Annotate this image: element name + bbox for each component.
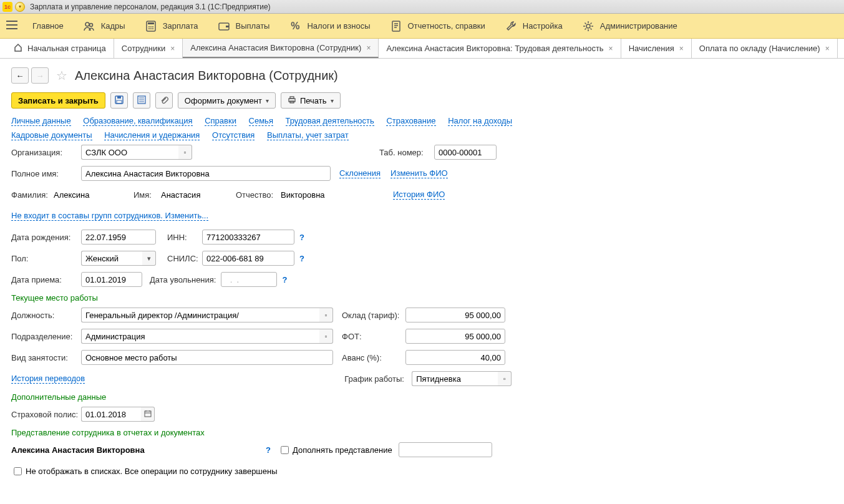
burger-icon[interactable] [6, 21, 21, 31]
salary-input[interactable] [405, 308, 505, 322]
link-insurance[interactable]: Страхование [386, 116, 435, 126]
inn-input[interactable] [202, 230, 294, 245]
svg-rect-12 [392, 21, 400, 31]
checkbox-input[interactable] [281, 446, 289, 454]
svg-rect-11 [226, 26, 229, 27]
tab-overflow[interactable]: Показа [838, 39, 844, 58]
save-close-button[interactable]: Записать и закрыть [11, 92, 105, 109]
nav-back-button[interactable]: ← [11, 67, 29, 84]
open-picker-button[interactable]: ▫ [319, 308, 333, 322]
birth-date-input[interactable] [81, 230, 156, 245]
dropdown-button[interactable]: ▾ [142, 251, 156, 266]
tab-label: Сотрудники [122, 44, 165, 53]
representation-value: Алексина Анастасия Викторовна [11, 445, 261, 455]
schedule-input[interactable] [412, 371, 498, 386]
supplement-repr-input[interactable] [399, 442, 492, 457]
svg-rect-19 [290, 97, 294, 99]
insurance-policy-input[interactable] [81, 407, 141, 422]
link-hr-documents[interactable]: Кадровые документы [11, 130, 92, 140]
svg-point-1 [89, 23, 92, 26]
tab-sotrudniki[interactable]: Сотрудники × [114, 39, 183, 58]
list-button[interactable] [133, 92, 150, 109]
arrow-left-icon: ← [16, 71, 24, 80]
svg-rect-3 [148, 22, 154, 24]
tab-employee-card[interactable]: Алексина Анастасия Викторовна (Сотрудник… [183, 39, 379, 58]
advance-input[interactable] [405, 350, 505, 365]
printer-icon [288, 95, 296, 106]
department-input[interactable] [81, 329, 319, 344]
gender-select[interactable] [81, 251, 142, 266]
link-absences[interactable]: Отсутствия [212, 130, 255, 140]
tab-oplata-oklad[interactable]: Оплата по окладу (Начисление) × [692, 39, 838, 58]
link-family[interactable]: Семья [249, 116, 273, 126]
link-references[interactable]: Справки [205, 116, 236, 126]
label-last-name: Фамилия: [11, 190, 49, 200]
fot-input[interactable] [405, 329, 505, 344]
menu-item-nastroyka[interactable]: Настройка [505, 21, 563, 32]
menu-item-label: Выплаты [236, 21, 270, 31]
close-icon[interactable]: × [170, 44, 175, 53]
link-transfer-history[interactable]: История переводов [11, 374, 85, 384]
position-input[interactable] [81, 308, 319, 322]
tab-number-input[interactable] [434, 145, 497, 160]
link-income-tax[interactable]: Налог на доходы [448, 116, 512, 126]
link-personal-data[interactable]: Личные данные [11, 116, 71, 126]
print-button[interactable]: Печать ▾ [281, 92, 341, 109]
close-icon[interactable]: × [825, 44, 830, 53]
fire-date-input[interactable] [221, 272, 277, 287]
menu-item-admin[interactable]: Администрирование [583, 21, 677, 32]
attachment-button[interactable] [155, 92, 173, 109]
tab-label: Начальная страница [27, 44, 106, 53]
supplement-repr-checkbox[interactable]: Дополнять представление [278, 444, 392, 456]
open-picker-button[interactable]: ▫ [178, 145, 192, 160]
link-work-history[interactable]: Трудовая деятельность [286, 116, 374, 126]
save-icon [115, 95, 124, 106]
help-icon[interactable]: ? [299, 254, 304, 263]
close-icon[interactable]: × [679, 44, 684, 53]
link-employee-groups[interactable]: Не входит в составы групп сотрудников. И… [11, 211, 208, 221]
svg-point-0 [85, 22, 89, 26]
menu-item-zarplata[interactable]: Зарплата [145, 21, 198, 32]
snils-input[interactable] [202, 251, 294, 266]
label-insurance-policy: Страховой полис: [11, 410, 81, 419]
button-label: Записать и закрыть [18, 96, 99, 105]
checkbox-input[interactable] [14, 467, 22, 475]
open-picker-button[interactable]: ▫ [498, 371, 512, 386]
menu-item-kadry[interactable]: Кадры [84, 21, 125, 32]
label-organization: Организация: [11, 148, 81, 157]
tab-home[interactable]: Начальная страница [6, 39, 114, 58]
hire-date-input[interactable] [81, 272, 142, 287]
menu-item-vyplaty[interactable]: Выплаты [218, 21, 270, 32]
menu-item-otchetnost[interactable]: Отчетность, справки [390, 21, 485, 32]
favorite-star-icon[interactable]: ☆ [56, 68, 67, 83]
label-full-name: Полное имя: [11, 169, 81, 178]
nav-forward-button[interactable]: → [31, 67, 49, 84]
menu-item-nalogi[interactable]: % Налоги и взносы [289, 21, 370, 32]
checkbox-label: Не отображать в списках. Все операции по… [26, 467, 278, 476]
help-icon[interactable]: ? [299, 233, 304, 242]
link-payments-costs[interactable]: Выплаты, учет затрат [267, 130, 349, 140]
help-icon[interactable]: ? [266, 445, 271, 455]
link-education[interactable]: Образование, квалификация [83, 116, 192, 126]
link-change-fio[interactable]: Изменить ФИО [390, 168, 448, 178]
menu-item-main[interactable]: Главное [32, 21, 64, 31]
close-icon[interactable]: × [366, 44, 371, 52]
link-fio-history[interactable]: История ФИО [393, 190, 445, 200]
open-icon: ▫ [325, 332, 327, 340]
close-icon[interactable]: × [609, 44, 613, 53]
save-button[interactable] [110, 92, 128, 109]
tab-trudovaya[interactable]: Алексина Анастасия Викторовна: Трудовая … [379, 39, 621, 58]
link-accruals[interactable]: Начисления и удержания [104, 130, 200, 140]
tab-nachisleniya[interactable]: Начисления × [621, 39, 692, 58]
hide-in-lists-checkbox[interactable]: Не отображать в списках. Все операции по… [11, 465, 278, 477]
help-icon[interactable]: ? [282, 275, 287, 284]
create-document-button[interactable]: Оформить документ ▾ [178, 92, 276, 109]
employment-type-input[interactable] [81, 350, 333, 365]
app-menu-dropdown[interactable]: ▾ [15, 2, 25, 12]
full-name-input[interactable] [81, 166, 331, 181]
open-picker-button[interactable]: ▫ [319, 329, 333, 344]
link-declensions[interactable]: Склонения [339, 168, 381, 178]
label-salary: Оклад (тариф): [342, 311, 400, 320]
organization-input[interactable] [81, 145, 178, 160]
calendar-button[interactable] [141, 407, 155, 422]
